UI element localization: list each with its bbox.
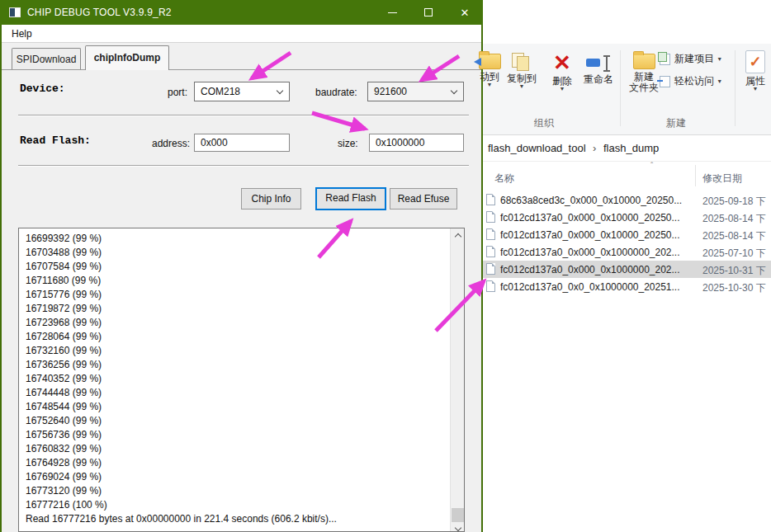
column-header-name[interactable]: 名称 [494,172,514,186]
new-item-button[interactable]: 新建项目 ▼ [660,52,722,66]
log-line: 16715776 (99 %) [26,288,337,302]
minimize-button[interactable] [374,0,410,25]
close-button[interactable]: ✕ [447,0,483,25]
breadcrumb-current[interactable]: flash_dump [603,142,659,154]
file-name: fc012cd137a0_0x000_0x10000_20250... [500,212,680,224]
chevron-down-icon: ▼ [544,87,580,92]
close-icon: ✕ [461,7,470,18]
log-line: 16711680 (99 %) [26,274,337,288]
size-input[interactable]: 0x1000000 [369,134,464,152]
window-title: CHIP DEBUG TOOL V3.9.9_R2 [27,7,172,18]
port-combobox[interactable]: COM218 [194,82,290,101]
file-icon [486,228,495,240]
titlebar[interactable]: CHIP DEBUG TOOL V3.9.9_R2 ✕ [0,0,483,25]
chip-info-button[interactable]: Chip Info [241,188,301,210]
move-to-button[interactable]: 动到▼ [475,49,504,87]
log-line: 16728064 (99 %) [26,330,337,344]
chevron-down-icon: ▼ [717,56,722,62]
file-explorer-panel: 动到▼ 复制到▼ ✕ 删除▼ 重命名 新建 文件夹 新建项目 ▼ 轻 [483,0,771,532]
file-row[interactable]: fc012cd137a0_0x000_0x1000000_202...2025-… [483,261,771,278]
breadcrumb-parent[interactable]: flash_download_tool [488,142,586,154]
log-line: 16777216 (100 %) [26,498,337,512]
new-item-icon [660,54,670,65]
read-flash-button[interactable]: Read Flash [315,187,386,210]
log-line: 16760832 (99 %) [26,442,337,456]
arrow-left-icon [474,58,481,66]
menu-item-help[interactable]: Help [8,27,35,40]
rename-button[interactable]: 重命名 [578,49,619,85]
delete-icon: ✕ [544,52,580,73]
read-flash-section-label: Read Flash: [20,134,91,147]
log-line: 16752640 (99 %) [26,414,337,428]
separator [18,115,469,116]
tab-chipinfodump[interactable]: chipInfoDump [85,45,169,70]
ribbon-group-organize: 组织 [523,116,565,130]
explorer-ribbon: 动到▼ 复制到▼ ✕ 删除▼ 重命名 新建 文件夹 新建项目 ▼ 轻 [483,44,771,135]
minimize-icon [388,12,397,13]
file-name: fc012cd137a0_0x0_0x1000000_20251... [500,281,680,293]
copy-to-button[interactable]: 复制到▼ [503,49,541,89]
file-row[interactable]: fc012cd137a0_0x000_0x10000_20250...2025-… [483,226,771,243]
port-label: port: [168,87,187,98]
chevron-down-icon: ▼ [717,78,722,84]
chip-debug-tool-window: CHIP DEBUG TOOL V3.9.9_R2 ✕ Help SPIDown… [0,0,483,532]
breadcrumb: flash_download_tool › flash_dump [483,135,771,162]
chevron-down-icon: ▼ [475,82,504,87]
log-line: 16699392 (99 %) [26,232,337,246]
separator [18,165,469,167]
log-scrollbar[interactable] [450,228,464,532]
log-line: 16764928 (99 %) [26,456,337,470]
file-name: fc012cd137a0_0x000_0x1000000_202... [500,247,680,258]
file-name: fc012cd137a0_0x000_0x1000000_202... [500,264,680,275]
chevron-down-icon [451,87,457,94]
file-list: 68c63a8ced3c_0x000_0x10000_20250...2025-… [483,191,771,295]
move-to-icon [479,54,501,69]
file-icon [486,194,495,205]
log-line: 16740352 (99 %) [26,372,337,386]
scroll-up-button[interactable] [451,228,465,242]
file-name: 68c63a8ced3c_0x000_0x10000_20250... [500,195,682,206]
easy-access-icon [660,76,670,87]
log-line: 16723968 (99 %) [26,316,337,330]
tab-spidownload[interactable]: SPIDownload [12,48,81,69]
file-row[interactable]: fc012cd137a0_0x0_0x1000000_20251...2025-… [483,278,771,295]
file-row[interactable]: 68c63a8ced3c_0x000_0x10000_20250...2025-… [483,191,771,209]
file-date: 2025-08-14 下 [702,229,766,243]
file-row[interactable]: fc012cd137a0_0x000_0x10000_20250...2025-… [483,209,771,226]
baudrate-combobox[interactable]: 921600 [367,82,464,101]
scroll-down-icon [454,525,461,531]
file-icon [486,263,495,275]
delete-button[interactable]: ✕ 删除▼ [544,49,580,92]
file-row[interactable]: fc012cd137a0_0x000_0x1000000_202...2025-… [483,243,771,261]
easy-access-button[interactable]: 轻松访问 ▼ [660,74,722,88]
file-icon [486,211,495,223]
chevron-down-icon: ▼ [503,84,541,89]
chevron-down-icon [277,87,283,94]
maximize-button[interactable] [410,0,447,25]
address-label: address: [152,138,190,149]
tab-bar: SPIDownload chipInfoDump [2,43,481,70]
scrollbar-thumb[interactable] [452,508,464,522]
column-separator[interactable] [695,165,696,186]
log-line: 16744448 (99 %) [26,386,337,400]
device-section-label: Device: [20,82,65,95]
log-line: 16732160 (99 %) [26,344,337,358]
column-header-date[interactable]: 修改日期 [702,172,742,186]
log-output: 16699392 (99 %)16703488 (99 %)16707584 (… [26,232,337,526]
ribbon-group-new: 新建 [653,116,699,130]
file-icon [486,246,495,257]
maximize-icon [424,8,433,16]
rename-icon [586,55,611,72]
file-date: 2025-08-14 下 [702,212,766,226]
scroll-down-button[interactable] [451,522,465,532]
address-input[interactable]: 0x000 [194,134,290,152]
window-controls: ✕ [374,0,483,25]
read-efuse-button[interactable]: Read Efuse [390,188,457,210]
chevron-down-icon: ▼ [740,87,770,92]
file-date: 2025-09-18 下 [702,195,766,209]
properties-button[interactable]: ✓ 属性▼ [740,49,770,92]
new-folder-icon [633,54,655,69]
log-output-box: 16699392 (99 %)16703488 (99 %)16707584 (… [18,228,465,532]
log-line: 16703488 (99 %) [26,246,337,260]
file-date: 2025-07-10 下 [702,247,766,261]
